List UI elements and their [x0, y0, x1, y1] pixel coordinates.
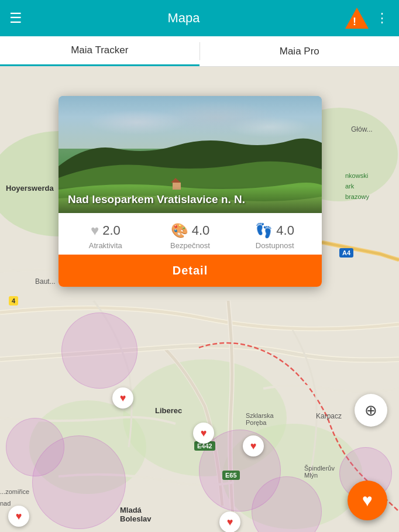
label-glow: Głów...	[351, 125, 373, 133]
popup-location-name: Nad lesoparkem Vratislavice n. N.	[68, 193, 312, 206]
road-badge-a4: A4	[339, 248, 353, 258]
tab-maia-pro[interactable]: Maia Pro	[200, 36, 400, 66]
atraktivita-value: 2.0	[102, 223, 121, 238]
heart-icon-1[interactable]: ♥	[112, 387, 133, 409]
top-bar-actions: ⋮	[345, 8, 390, 29]
heart-icon-4[interactable]: ♥	[8, 506, 29, 527]
rating-dostupnost-top: 👣 4.0	[255, 222, 294, 239]
warning-triangle-icon	[345, 8, 369, 29]
warning-button[interactable]	[345, 8, 369, 29]
heart-marker-2[interactable]: ♥	[193, 423, 214, 444]
ratings-row: ♥ 2.0 Atraktivita 🎨 4.0 Bezpečnost 👣 4.0…	[59, 213, 322, 255]
page-title: Mapa	[22, 11, 345, 26]
label-spindle: ŠpindlerůvMlýn	[304, 465, 335, 479]
road-badge-4: 4	[9, 296, 18, 306]
rating-bezpecnost-top: 🎨 4.0	[171, 222, 210, 239]
label-nkowski: nkowski	[345, 172, 368, 179]
road-badge-e65: E65	[222, 471, 240, 480]
heart-marker-7[interactable]: ♥	[219, 512, 240, 532]
rating-dostupnost: 👣 4.0 Dostupnost	[240, 222, 310, 250]
top-bar: ☰ Mapa ⋮	[0, 0, 399, 36]
fab-heart-icon: ♥	[362, 490, 373, 510]
dostupnost-value: 4.0	[276, 223, 294, 238]
heart-marker-1[interactable]: ♥	[112, 387, 133, 409]
pink-circle-3	[32, 435, 126, 529]
atraktivita-label: Atraktivita	[89, 241, 122, 250]
detail-button[interactable]: Detail	[59, 255, 322, 287]
label-szklarska: SzklarskaPoręba	[246, 412, 274, 426]
label-park: ark	[345, 183, 354, 190]
heart-icon-2[interactable]: ♥	[193, 423, 214, 444]
label-karpacz: Karpacz	[316, 412, 342, 420]
label-zomirice: ...zomiřice	[0, 488, 29, 495]
popup-card: Nad lesoparkem Vratislavice n. N. ♥ 2.0 …	[59, 96, 322, 287]
bezpecnost-value: 4.0	[192, 223, 210, 238]
palette-rating-icon: 🎨	[171, 222, 188, 239]
pink-circle-1	[61, 313, 137, 389]
bezpecnost-label: Bezpečnost	[170, 241, 210, 250]
tabs-bar: Maia Tracker Maia Pro	[0, 36, 399, 67]
label-baut: Baut...	[35, 277, 56, 286]
heart-marker-4[interactable]: ♥	[8, 506, 29, 527]
label-liberec: Liberec	[155, 406, 182, 415]
menu-icon[interactable]: ☰	[9, 11, 22, 25]
rating-bezpecnost: 🎨 4.0 Bezpečnost	[155, 222, 225, 250]
popup-arrow	[178, 286, 202, 287]
heart-rating-icon: ♥	[91, 222, 99, 239]
popup-image: Nad lesoparkem Vratislavice n. N.	[59, 96, 322, 213]
heart-marker-3[interactable]: ♥	[243, 435, 264, 457]
label-hoyerswerda: Hoyerswerda	[6, 184, 54, 193]
label-brazowy: brazowy	[345, 193, 369, 200]
location-button[interactable]: ⊕	[355, 394, 387, 427]
heart-icon-3[interactable]: ♥	[243, 435, 264, 457]
popup-overlay: Nad lesoparkem Vratislavice n. N.	[59, 186, 322, 213]
map-area[interactable]: Hoyerswerda Baut... Żary Żagań Głów... n…	[0, 67, 399, 532]
footprint-rating-icon: 👣	[255, 222, 273, 239]
more-options-icon[interactable]: ⋮	[376, 11, 390, 26]
tab-maia-tracker[interactable]: Maia Tracker	[0, 36, 200, 66]
label-mlada-boleslav: MladáBoleslav	[120, 506, 151, 523]
rating-atraktivita: ♥ 2.0 Atraktivita	[70, 222, 140, 250]
rating-atraktivita-top: ♥ 2.0	[91, 222, 121, 239]
dostupnost-label: Dostupnost	[256, 241, 294, 250]
fab-heart-button[interactable]: ♥	[348, 480, 387, 520]
heart-icon-7[interactable]: ♥	[219, 512, 240, 532]
location-icon: ⊕	[364, 401, 377, 420]
